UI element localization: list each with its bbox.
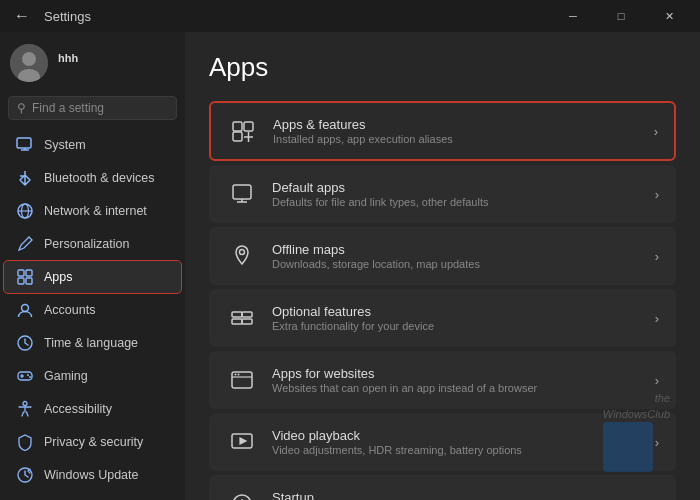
search-box[interactable]: ⚲: [8, 96, 177, 120]
svg-rect-22: [233, 122, 242, 131]
sidebar-item-gaming[interactable]: Gaming: [4, 360, 181, 392]
setting-desc-default-apps: Defaults for file and link types, other …: [272, 196, 488, 208]
setting-item-startup[interactable]: Startup Apps that start automatically wh…: [209, 475, 676, 500]
sidebar-item-accounts[interactable]: Accounts: [4, 294, 181, 326]
sidebar-item-label-bluetooth: Bluetooth & devices: [44, 171, 155, 185]
svg-point-13: [22, 305, 29, 312]
chevron-right-icon-offline-maps: ›: [655, 249, 659, 264]
chevron-right-icon-apps-features: ›: [654, 124, 658, 139]
setting-text-offline-maps: Offline maps Downloads, storage location…: [272, 242, 480, 270]
setting-text-apps-websites: Apps for websites Websites that can open…: [272, 366, 537, 394]
svg-rect-3: [17, 138, 31, 148]
optional-features-icon: [226, 302, 258, 334]
maximize-button[interactable]: □: [598, 0, 644, 32]
minimize-button[interactable]: ─: [550, 0, 596, 32]
setting-desc-optional-features: Extra functionality for your device: [272, 320, 434, 332]
sidebar-item-label-personalization: Personalization: [44, 237, 129, 251]
default-apps-icon: [226, 178, 258, 210]
window-controls: ─ □ ✕: [550, 0, 692, 32]
sidebar-item-label-privacy: Privacy & security: [44, 435, 143, 449]
sidebar-item-accessibility[interactable]: Accessibility: [4, 393, 181, 425]
sidebar-item-time[interactable]: Time & language: [4, 327, 181, 359]
svg-rect-31: [232, 312, 242, 317]
titlebar: ← Settings ─ □ ✕: [0, 0, 700, 32]
setting-text-default-apps: Default apps Defaults for file and link …: [272, 180, 488, 208]
bluetooth-icon: [16, 169, 34, 187]
back-icon: ←: [14, 7, 30, 25]
sidebar-item-personalization[interactable]: Personalization: [4, 228, 181, 260]
content-area: Apps Apps & features Installed apps, app…: [185, 32, 700, 500]
sidebar-item-label-network: Network & internet: [44, 204, 147, 218]
svg-rect-24: [233, 132, 242, 141]
setting-text-optional-features: Optional features Extra functionality fo…: [272, 304, 434, 332]
svg-marker-40: [240, 438, 246, 444]
sidebar-item-label-system: System: [44, 138, 86, 152]
startup-icon: [226, 488, 258, 500]
svg-rect-11: [18, 278, 24, 284]
svg-point-18: [27, 374, 29, 376]
video-playback-icon: [226, 426, 258, 458]
user-email: ​​​​​​: [58, 64, 78, 75]
user-profile: hhh​​​​​​​ ​​​​​​: [0, 32, 185, 92]
search-input[interactable]: [32, 101, 182, 115]
sidebar-item-label-windows-update: Windows Update: [44, 468, 139, 482]
svg-rect-10: [26, 270, 32, 276]
setting-item-left-video-playback: Video playback Video adjustments, HDR st…: [226, 426, 522, 458]
apps-features-icon: [227, 115, 259, 147]
offline-maps-icon: [226, 240, 258, 272]
svg-point-37: [235, 374, 237, 376]
sidebar-nav: System Bluetooth & devices Network & int…: [0, 128, 185, 492]
sidebar-item-windows-update[interactable]: Windows Update: [4, 459, 181, 491]
svg-rect-33: [232, 319, 242, 324]
chevron-right-icon-startup: ›: [655, 497, 659, 501]
chevron-right-icon-optional-features: ›: [655, 311, 659, 326]
svg-rect-12: [26, 278, 32, 284]
setting-item-left-default-apps: Default apps Defaults for file and link …: [226, 178, 488, 210]
svg-point-20: [23, 402, 27, 406]
avatar: [10, 44, 48, 82]
sidebar-item-bluetooth[interactable]: Bluetooth & devices: [4, 162, 181, 194]
close-button[interactable]: ✕: [646, 0, 692, 32]
svg-rect-27: [233, 185, 251, 199]
chevron-right-icon-default-apps: ›: [655, 187, 659, 202]
gaming-icon: [16, 367, 34, 385]
svg-point-1: [22, 52, 36, 66]
setting-title-startup: Startup: [272, 490, 495, 500]
page-title: Apps: [209, 52, 676, 83]
setting-item-left-offline-maps: Offline maps Downloads, storage location…: [226, 240, 480, 272]
setting-desc-apps-features: Installed apps, app execution aliases: [273, 133, 453, 145]
apps-websites-icon: [226, 364, 258, 396]
titlebar-title: Settings: [44, 9, 91, 24]
svg-point-19: [29, 376, 31, 378]
setting-item-video-playback[interactable]: Video playback Video adjustments, HDR st…: [209, 413, 676, 471]
network-icon: [16, 202, 34, 220]
setting-item-offline-maps[interactable]: Offline maps Downloads, storage location…: [209, 227, 676, 285]
setting-title-offline-maps: Offline maps: [272, 242, 480, 257]
back-button[interactable]: ←: [8, 2, 36, 30]
setting-item-left-apps-features: Apps & features Installed apps, app exec…: [227, 115, 453, 147]
main-layout: hhh​​​​​​​ ​​​​​​ ⚲ System Bluetooth & d…: [0, 32, 700, 500]
setting-desc-apps-websites: Websites that can open in an app instead…: [272, 382, 537, 394]
svg-rect-23: [244, 122, 253, 131]
sidebar-item-network[interactable]: Network & internet: [4, 195, 181, 227]
setting-item-apps-features[interactable]: Apps & features Installed apps, app exec…: [209, 101, 676, 161]
privacy-icon: [16, 433, 34, 451]
sidebar-item-privacy[interactable]: Privacy & security: [4, 426, 181, 458]
setting-item-default-apps[interactable]: Default apps Defaults for file and link …: [209, 165, 676, 223]
setting-title-video-playback: Video playback: [272, 428, 522, 443]
sidebar-item-label-apps: Apps: [44, 270, 73, 284]
setting-text-apps-features: Apps & features Installed apps, app exec…: [273, 117, 453, 145]
setting-item-left-apps-websites: Apps for websites Websites that can open…: [226, 364, 537, 396]
svg-point-30: [240, 250, 245, 255]
sidebar-item-system[interactable]: System: [4, 129, 181, 161]
setting-title-optional-features: Optional features: [272, 304, 434, 319]
settings-list: Apps & features Installed apps, app exec…: [209, 101, 676, 500]
setting-item-apps-websites[interactable]: Apps for websites Websites that can open…: [209, 351, 676, 409]
setting-text-video-playback: Video playback Video adjustments, HDR st…: [272, 428, 522, 456]
sidebar-item-apps[interactable]: Apps: [4, 261, 181, 293]
setting-title-default-apps: Default apps: [272, 180, 488, 195]
titlebar-left: ← Settings: [8, 2, 91, 30]
close-icon: ✕: [665, 10, 674, 23]
setting-item-optional-features[interactable]: Optional features Extra functionality fo…: [209, 289, 676, 347]
user-info: hhh​​​​​​​ ​​​​​​: [58, 52, 78, 75]
